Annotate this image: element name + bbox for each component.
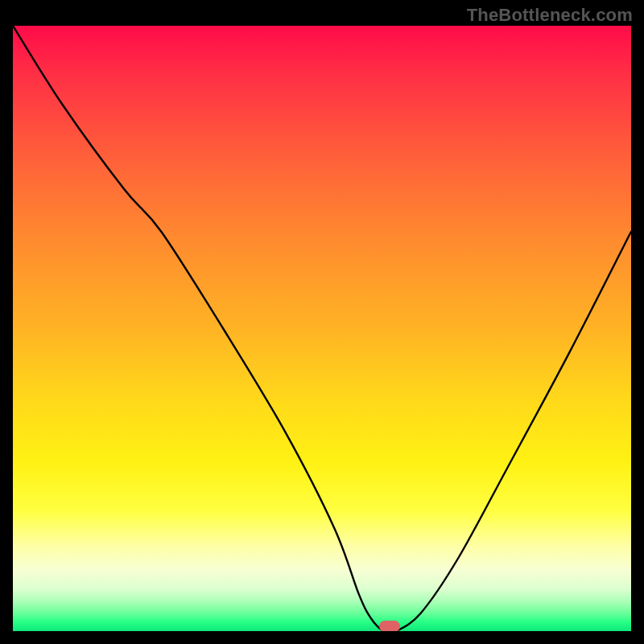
chart-frame: TheBottleneck.com xyxy=(0,0,644,644)
plot-area xyxy=(13,26,631,631)
bottleneck-curve xyxy=(13,26,631,631)
watermark-text: TheBottleneck.com xyxy=(467,5,633,26)
optimal-point-marker xyxy=(379,621,400,631)
